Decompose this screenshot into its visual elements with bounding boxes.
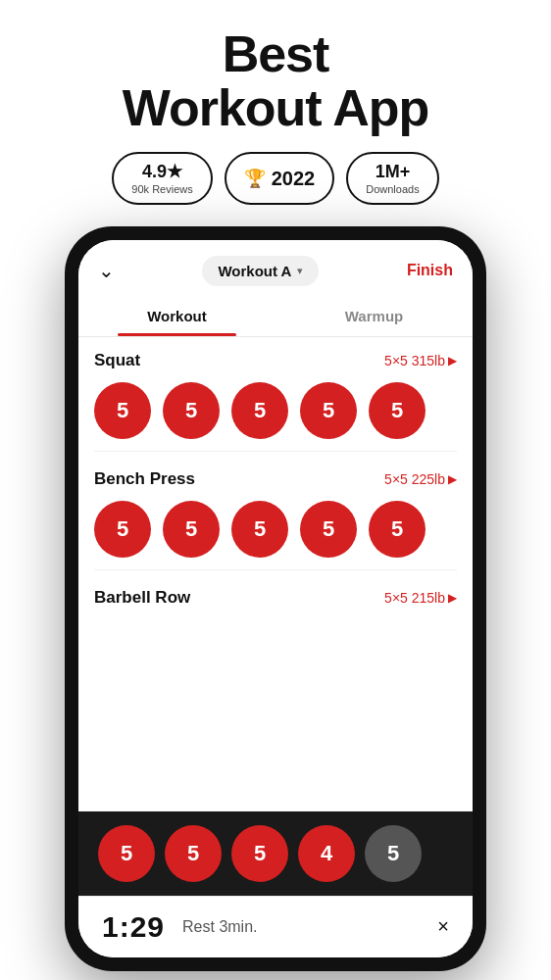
- exercise-barbell-row-info[interactable]: 5×5 215lb ▶: [384, 590, 457, 606]
- back-chevron-icon[interactable]: ⌄: [98, 259, 115, 282]
- squat-arrow-icon: ▶: [448, 354, 457, 368]
- bottom-sets-bar: 5 5 5 4 5: [78, 811, 473, 896]
- exercise-barbell-row-name: Barbell Row: [94, 588, 190, 608]
- year-value: 2022: [272, 167, 316, 190]
- workout-selector-dropdown[interactable]: Workout A ▾: [202, 256, 319, 286]
- divider-1: [94, 451, 457, 452]
- rating-badge: 4.9★ 90k Reviews: [112, 152, 212, 205]
- bench-set-2[interactable]: 5: [163, 501, 220, 558]
- app-header-section: BestWorkout App: [103, 0, 449, 152]
- page-title: BestWorkout App: [123, 27, 429, 134]
- bench-info-text: 5×5 225lb: [384, 471, 445, 487]
- bench-set-5[interactable]: 5: [369, 501, 426, 558]
- timer-close-button[interactable]: ×: [437, 915, 449, 938]
- divider-2: [94, 569, 457, 570]
- squat-info-text: 5×5 315lb: [384, 353, 445, 368]
- bottom-set-4[interactable]: 4: [298, 825, 355, 882]
- downloads-badge: 1M+ Downloads: [346, 152, 438, 205]
- bench-arrow-icon: ▶: [448, 472, 457, 486]
- phone-shell: ⌄ Workout A ▾ Finish Workout Warmup Squa…: [65, 226, 486, 971]
- exercise-bench-press-name: Bench Press: [94, 469, 195, 489]
- exercise-barbell-row: Barbell Row 5×5 215lb ▶: [94, 574, 457, 627]
- rest-timer-bar: 1:29 Rest 3min. ×: [78, 896, 473, 957]
- bottom-set-3[interactable]: 5: [231, 825, 288, 882]
- badges-row: 4.9★ 90k Reviews 🏆 2022 1M+ Downloads: [112, 152, 438, 205]
- squat-set-5[interactable]: 5: [369, 382, 426, 439]
- workout-tabs: Workout Warmup: [78, 296, 473, 337]
- squat-set-1[interactable]: 5: [94, 382, 151, 439]
- year-badge: 🏆 2022: [225, 152, 335, 205]
- workout-app-header: ⌄ Workout A ▾ Finish: [78, 240, 473, 296]
- squat-set-4[interactable]: 5: [300, 382, 357, 439]
- chevron-down-icon: ▾: [297, 265, 303, 277]
- bench-sets-row: 5 5 5 5 5: [94, 501, 457, 558]
- workout-selector-label: Workout A: [218, 263, 291, 279]
- bench-set-3[interactable]: 5: [231, 501, 288, 558]
- exercise-squat-name: Squat: [94, 351, 140, 370]
- downloads-sub: Downloads: [366, 183, 419, 195]
- exercise-squat-info[interactable]: 5×5 315lb ▶: [384, 353, 457, 368]
- timer-label: Rest 3min.: [182, 918, 257, 936]
- bottom-set-5[interactable]: 5: [365, 825, 422, 882]
- exercise-list: Squat 5×5 315lb ▶ 5 5 5 5 5: [78, 337, 473, 811]
- trophy-icon: 🏆: [244, 168, 266, 189]
- bottom-set-2[interactable]: 5: [165, 825, 222, 882]
- downloads-value: 1M+: [376, 162, 411, 183]
- squat-set-2[interactable]: 5: [163, 382, 220, 439]
- finish-button[interactable]: Finish: [407, 262, 453, 279]
- squat-set-3[interactable]: 5: [231, 382, 288, 439]
- phone-screen: ⌄ Workout A ▾ Finish Workout Warmup Squa…: [78, 240, 473, 957]
- bottom-set-1[interactable]: 5: [98, 825, 155, 882]
- exercise-bench-press: Bench Press 5×5 225lb ▶ 5 5 5 5 5: [94, 456, 457, 565]
- rating-sub: 90k Reviews: [131, 183, 192, 195]
- bench-set-1[interactable]: 5: [94, 501, 151, 558]
- squat-sets-row: 5 5 5 5 5: [94, 382, 457, 439]
- tab-workout[interactable]: Workout: [78, 296, 276, 336]
- bench-set-4[interactable]: 5: [300, 501, 357, 558]
- rating-value: 4.9★: [142, 162, 182, 183]
- tab-warmup[interactable]: Warmup: [276, 296, 473, 336]
- barbell-info-text: 5×5 215lb: [384, 590, 445, 606]
- timer-display: 1:29: [102, 910, 165, 944]
- barbell-arrow-icon: ▶: [448, 591, 457, 605]
- exercise-bench-press-info[interactable]: 5×5 225lb ▶: [384, 471, 457, 487]
- exercise-squat: Squat 5×5 315lb ▶ 5 5 5 5 5: [94, 337, 457, 447]
